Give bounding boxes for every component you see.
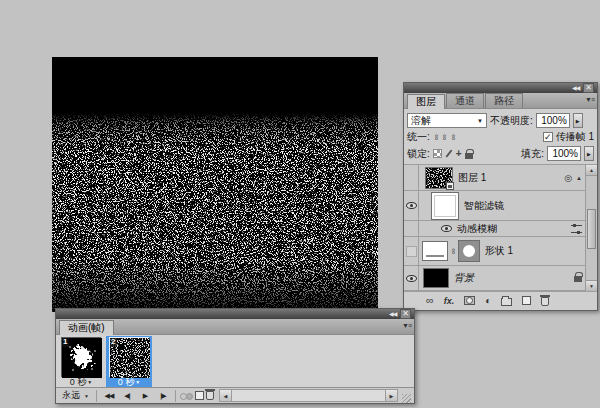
animation-controls: 永远 ▼ ◀◀ ◀| ▶ |▶ ◀ ▶ — [56, 387, 414, 403]
animation-panel-tabs: 动画(帧) ▼≡ — [56, 319, 414, 335]
frame-2-thumbnail[interactable]: 2 — [109, 337, 149, 377]
chevron-down-icon: ▼ — [87, 379, 92, 385]
layer-row-smart-filters[interactable]: 智能滤镜 — [404, 191, 585, 221]
tab-paths[interactable]: 路径 — [485, 93, 523, 108]
chevron-down-icon: ▼ — [477, 118, 483, 124]
tab-channels[interactable]: 通道 — [446, 93, 484, 108]
previous-frame-button[interactable]: ◀| — [119, 389, 135, 402]
blend-mode-select[interactable]: 溶解 ▼ — [407, 113, 487, 128]
animation-panel: ◀◀ ✕ 动画(帧) ▼≡ 1 0 秒 ▼ — [55, 308, 415, 404]
frames-strip: 1 0 秒 ▼ 2 0 秒 ▼ — [56, 335, 414, 387]
collapse-filters-icon[interactable]: ▲ — [576, 175, 582, 181]
frame-2-selected[interactable]: 2 0 秒 ▼ — [106, 336, 152, 387]
layer-row-smart-object[interactable]: 图层 1 ◎ ▲ — [404, 165, 585, 191]
photoshop-workspace: ◀◀ ✕ 图层 通道 路径 ▼≡ 溶解 ▼ 不透明度: 100% ▶ 统一: ∞… — [0, 0, 600, 408]
visibility-cell[interactable] — [404, 165, 419, 190]
visibility-cell[interactable] — [404, 237, 419, 265]
panel-menu-icon[interactable]: ▼≡ — [402, 322, 411, 329]
unify-style-icon[interactable]: ∞ — [449, 134, 457, 140]
layers-scrollbar[interactable]: ▲ ▼ — [585, 165, 597, 291]
eye-icon[interactable] — [406, 275, 417, 282]
frame-number: 1 — [62, 338, 69, 347]
layers-panel-titlebar[interactable]: ◀◀ ✕ — [404, 83, 597, 93]
scroll-down-icon[interactable]: ▼ — [586, 280, 597, 291]
unify-label: 统一: — [407, 130, 430, 144]
propagate-frame-checkbox[interactable]: ✓ — [543, 132, 553, 142]
lock-paint-icon[interactable] — [445, 149, 452, 157]
lock-position-icon[interactable]: + — [456, 149, 462, 159]
resize-grip[interactable] — [402, 394, 411, 403]
blend-opacity-row: 溶解 ▼ 不透明度: 100% ▶ — [407, 113, 594, 128]
lock-label: 锁定: — [407, 147, 430, 161]
layer-row-background[interactable]: 背景 — [404, 266, 585, 291]
tab-animation-frames[interactable]: 动画(帧) — [59, 320, 114, 335]
layer1-thumbnail[interactable] — [425, 167, 453, 189]
shape-mask-thumbnail[interactable] — [458, 240, 480, 262]
tween-button[interactable] — [180, 391, 193, 400]
layer-name: 智能滤镜 — [464, 199, 504, 213]
smart-filters-thumbnail[interactable] — [431, 192, 459, 220]
frame-1[interactable]: 1 0 秒 ▼ — [58, 336, 104, 387]
frame-number: 2 — [110, 338, 117, 347]
loop-value: 永远 — [62, 389, 80, 402]
layer-rows: 图层 1 ◎ ▲ 智能滤镜 动感模糊 — [404, 165, 585, 291]
tab-layers[interactable]: 图层 — [407, 94, 445, 109]
eye-icon[interactable] — [406, 202, 417, 209]
delete-layer-icon[interactable] — [541, 297, 549, 306]
layer-name: 图层 1 — [458, 171, 486, 185]
fill-spinner[interactable]: ▶ — [584, 146, 594, 161]
opacity-input[interactable]: 100% — [536, 113, 570, 128]
scroll-left-icon[interactable]: ◀ — [220, 390, 232, 401]
scroll-up-icon[interactable]: ▲ — [586, 165, 597, 176]
divider — [96, 390, 97, 402]
eye-icon[interactable] — [441, 225, 452, 232]
scroll-right-icon[interactable]: ▶ — [385, 390, 397, 401]
frame-delay-select[interactable]: 0 秒 ▼ — [118, 377, 140, 387]
adjustment-layer-icon[interactable]: ◐ — [485, 296, 491, 306]
next-frame-button[interactable]: |▶ — [155, 389, 171, 402]
visibility-cell[interactable] — [404, 221, 419, 236]
filter-blend-options-icon[interactable] — [571, 225, 582, 233]
layer-style-icon[interactable]: fx. — [444, 296, 455, 306]
collapse-panel-icon[interactable]: ◀◀ — [389, 311, 396, 317]
layer-row-shape[interactable]: ∞ 形状 1 — [404, 237, 585, 266]
unify-row: 统一: ∞ ∞ ∞ ✓ 传播帧 1 — [407, 130, 594, 144]
close-panel-icon[interactable]: ✕ — [583, 83, 594, 93]
close-panel-icon[interactable]: ✕ — [400, 309, 411, 319]
eye-hidden-icon[interactable] — [406, 246, 417, 257]
lock-transparency-icon[interactable] — [433, 149, 442, 158]
mask-link-icon[interactable]: ∞ — [449, 248, 457, 254]
frame-1-thumbnail[interactable]: 1 — [61, 337, 101, 377]
lock-all-icon[interactable] — [465, 153, 473, 159]
frame-delay-select[interactable]: 0 秒 ▼ — [70, 377, 92, 387]
fill-input[interactable]: 100% — [547, 146, 581, 161]
loop-select[interactable]: 永远 ▼ — [59, 389, 92, 402]
new-frame-button[interactable] — [195, 391, 204, 400]
unify-position-icon[interactable]: ∞ — [432, 134, 440, 140]
new-layer-icon[interactable] — [522, 296, 531, 305]
visibility-cell[interactable] — [404, 191, 419, 220]
shape-thumbnail[interactable] — [422, 241, 448, 261]
lock-fill-row: 锁定: + 填充: 100% ▶ — [407, 146, 594, 161]
animation-panel-titlebar[interactable]: ◀◀ ✕ — [56, 309, 414, 319]
opacity-spinner[interactable]: ▶ — [573, 113, 583, 128]
background-thumbnail[interactable] — [423, 268, 449, 288]
divider — [175, 390, 176, 402]
smart-filter-indicator-icon[interactable]: ◎ — [564, 173, 572, 183]
scrollbar-thumb[interactable] — [587, 209, 596, 249]
blend-mode-value: 溶解 — [411, 114, 431, 128]
panel-menu-icon[interactable]: ▼≡ — [585, 96, 594, 103]
document-canvas[interactable] — [52, 57, 378, 312]
play-button[interactable]: ▶ — [137, 389, 153, 402]
layer-row-motion-blur[interactable]: 动感模糊 — [404, 221, 585, 237]
delete-frame-button[interactable] — [206, 391, 214, 400]
frames-scrollbar[interactable]: ◀ ▶ — [219, 389, 398, 402]
add-mask-icon[interactable] — [464, 296, 475, 305]
first-frame-button[interactable]: ◀◀ — [101, 389, 117, 402]
unify-visibility-icon[interactable]: ∞ — [440, 134, 448, 140]
collapse-panel-icon[interactable]: ◀◀ — [572, 85, 579, 91]
layers-toolbar: ∞ fx. ◐ — [404, 291, 597, 309]
visibility-cell[interactable] — [404, 266, 419, 290]
new-group-icon[interactable] — [501, 298, 512, 306]
link-layers-icon[interactable]: ∞ — [426, 295, 434, 306]
